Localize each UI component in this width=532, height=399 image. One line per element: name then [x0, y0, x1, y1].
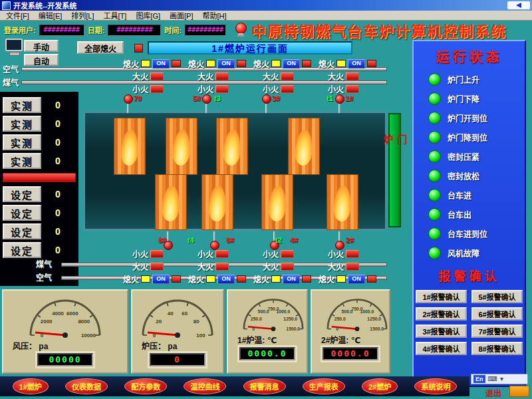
gas-valve-top-4-icon[interactable]: [335, 94, 344, 113]
set-button-2[interactable]: 设定: [3, 205, 41, 221]
measured-button-3[interactable]: 实测: [3, 134, 41, 150]
auto-button[interactable]: 自动: [24, 54, 59, 66]
gauge-needle: [35, 332, 65, 335]
ime-candidate-box: [509, 386, 529, 397]
extinguish-on-button[interactable]: ON: [283, 59, 300, 68]
alarm-confirm-button-3[interactable]: 3#报警确认: [416, 325, 467, 338]
big-fire-indicator[interactable]: [281, 263, 294, 271]
extinguish-on-button[interactable]: ON: [152, 59, 170, 68]
extinguish-on-button[interactable]: ON: [283, 275, 300, 284]
small-fire-indicator[interactable]: [150, 85, 164, 93]
nav-instrument-data[interactable]: 仪表数据: [65, 378, 108, 394]
menu-arrange[interactable]: 排列[L]: [66, 10, 98, 21]
small-fire-indicator[interactable]: [215, 85, 229, 93]
gauge-panel-wind-pressure: 0200040006000800010000 风压： pa 00000: [2, 289, 128, 374]
status-light-icon: [428, 247, 441, 259]
big-fire-indicator[interactable]: [150, 72, 164, 80]
measured-button-2[interactable]: 实测: [3, 116, 41, 132]
big-fire-indicator[interactable]: [215, 72, 229, 80]
status-light-icon: [428, 112, 441, 124]
nav-system-info[interactable]: 系统说明: [414, 378, 457, 394]
menu-file[interactable]: 文件[F]: [1, 10, 34, 21]
extinguish-alarm-indicator: [302, 60, 311, 67]
computer-icon[interactable]: [5, 39, 25, 56]
small-fire-indicator[interactable]: [215, 250, 229, 258]
alarm-confirm-button-4[interactable]: 4#报警确认: [416, 342, 467, 355]
nav-furnace-2[interactable]: 2#燃炉: [362, 378, 398, 394]
nav-temp-curve[interactable]: 温控曲线: [184, 378, 226, 394]
set-value-4: 0: [47, 245, 69, 255]
extinguish-ok-indicator: [336, 275, 346, 283]
nav-recipe-params[interactable]: 配方参数: [124, 378, 167, 394]
gas-valve-top-3-icon[interactable]: [262, 94, 271, 113]
small-fire-indicator[interactable]: [281, 250, 294, 258]
gauge-label: 风压： pa: [13, 340, 127, 351]
measured-button-1[interactable]: 实测: [3, 97, 41, 113]
alarm-confirm-button-2[interactable]: 2#报警确认: [416, 307, 467, 321]
burner-id-1: 1#: [345, 94, 353, 102]
manual-button[interactable]: 手动: [24, 40, 59, 52]
burner-control-group-top-1: 熄火 ON 大火 小火: [123, 57, 188, 95]
ime-en-icon[interactable]: En: [473, 375, 485, 383]
burner-flame-3: [216, 118, 248, 175]
big-fire-indicator[interactable]: [281, 72, 294, 80]
ime-keyboard-icon[interactable]: ⌨: [488, 376, 497, 382]
burner-id-2: 2#: [346, 236, 354, 244]
burner-control-group-top-4: 熄火 ON 大火 小火: [319, 57, 384, 95]
menu-tools[interactable]: 工具[T]: [99, 10, 132, 21]
status-row-door-up: 炉门上升: [414, 70, 525, 89]
all-extinguish-button[interactable]: 全部熄火: [77, 41, 124, 54]
menu-help[interactable]: 帮助[H]: [198, 10, 231, 21]
small-fire-indicator[interactable]: [281, 85, 294, 93]
extinguish-ok-indicator: [141, 275, 150, 283]
gauge-panel-temperature-1: 0250.0500.0750.01000.01250.01500.0 1#炉温:…: [227, 289, 308, 374]
big-fire-indicator[interactable]: [150, 263, 164, 271]
burner-flame-4: [261, 174, 293, 230]
titlebar[interactable]: 开发系统--开发系统: [0, 0, 532, 11]
menu-gallery[interactable]: 图库[G]: [131, 10, 165, 21]
alarm-confirm-button-8[interactable]: 8#报警确认: [471, 342, 523, 355]
small-fire-label: 小火: [263, 248, 279, 259]
language-bar[interactable]: En ⌨ ▾: [471, 374, 528, 384]
small-fire-indicator[interactable]: [346, 85, 359, 93]
alarm-confirm-button-1[interactable]: 1#报警确认: [416, 290, 467, 303]
furnace-door: 炉门: [388, 113, 401, 227]
extinguish-on-button[interactable]: ON: [348, 275, 365, 284]
measured-button-4[interactable]: 实测: [3, 153, 41, 169]
extinguish-on-button[interactable]: ON: [217, 275, 235, 284]
alarm-confirm-button-5[interactable]: 5#报警确认: [471, 290, 523, 303]
extinguish-on-button[interactable]: ON: [217, 59, 235, 68]
gas-valve-top-1-icon[interactable]: [124, 94, 132, 113]
nav-production-report[interactable]: 生产报表: [303, 378, 345, 394]
extinguish-ok-indicator: [141, 60, 150, 67]
set-button-4[interactable]: 设定: [3, 242, 41, 258]
small-fire-label: 小火: [198, 83, 213, 94]
big-fire-indicator[interactable]: [346, 263, 359, 271]
big-fire-indicator[interactable]: [346, 72, 359, 80]
alarm-confirm-button-6[interactable]: 6#报警确认: [471, 307, 523, 321]
small-fire-indicator[interactable]: [346, 250, 359, 258]
big-fire-indicator[interactable]: [215, 263, 229, 271]
status-light-icon: [428, 131, 441, 144]
nav-furnace-1[interactable]: 1#燃炉: [13, 378, 49, 394]
set-button-1[interactable]: 设定: [3, 186, 41, 202]
extinguish-on-button[interactable]: ON: [152, 275, 170, 284]
set-button-3[interactable]: 设定: [3, 223, 41, 239]
extinguish-on-button[interactable]: ON: [348, 59, 365, 68]
burner-flame-8: [155, 174, 187, 230]
status-light-icon: [428, 150, 441, 163]
run-status-title: 运行状态: [414, 47, 525, 66]
small-fire-indicator[interactable]: [150, 250, 164, 258]
nav-alarm-messages[interactable]: 报警消息: [243, 378, 286, 394]
exit-button[interactable]: 退出: [485, 387, 501, 398]
menu-screen[interactable]: 画面[P]: [165, 10, 198, 21]
alarm-confirm-button-7[interactable]: 7#报警确认: [471, 325, 523, 338]
menu-edit[interactable]: 编辑[E]: [34, 10, 66, 21]
burner-id-6: 6#: [226, 236, 234, 244]
small-fire-label: 小火: [132, 83, 148, 94]
set-value-3: 0: [47, 226, 69, 237]
burner-control-group-top-3: 熄火 ON 大火 小火: [253, 57, 319, 95]
big-fire-label: 大火: [132, 70, 148, 82]
ime-menu-chevron-icon[interactable]: ▾: [500, 376, 503, 382]
gas-valve-top-2-icon[interactable]: [202, 94, 211, 113]
